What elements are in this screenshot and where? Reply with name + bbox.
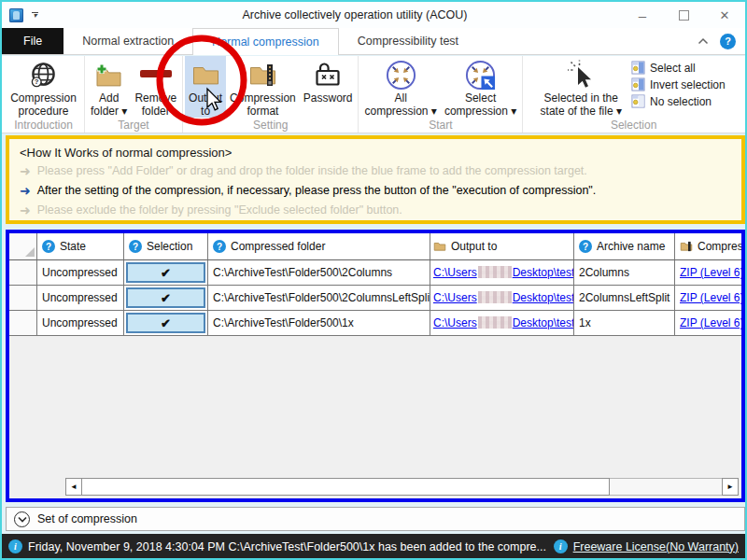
state-cell: Uncompressed <box>37 286 124 311</box>
all-compression-button[interactable]: All compression ▾ <box>360 56 440 118</box>
scroll-right-button[interactable]: ► <box>722 478 739 496</box>
compression-format-button[interactable]: Compression format <box>226 56 300 118</box>
compression-table: ?State ?Selection ?Compressed folder Out… <box>9 233 745 336</box>
censored-username <box>478 291 512 303</box>
pointer-sparkle-icon <box>567 58 595 91</box>
set-of-compression-bar[interactable]: Set of compression <box>6 507 745 531</box>
close-icon: ✕ <box>720 8 730 22</box>
info-icon: i <box>554 539 568 553</box>
arrow-icon: ➜ <box>20 161 31 181</box>
ribbon: ? Compression procedure Introduction Add… <box>2 56 745 133</box>
output-path-link[interactable]: C:\UsersDesktop\test <box>433 316 574 329</box>
group-label-setting: Setting <box>185 118 356 135</box>
svg-text:?: ? <box>35 77 39 86</box>
maximize-button[interactable] <box>663 2 704 28</box>
header-archive-name[interactable]: ?Archive name <box>574 233 675 260</box>
selection-checkbox[interactable]: ✔ <box>126 287 205 308</box>
header-selection[interactable]: ?Selection <box>124 233 208 260</box>
selection-checkbox[interactable]: ✔ <box>126 262 205 283</box>
censored-username <box>478 266 512 278</box>
minimize-button[interactable]: – <box>622 2 663 28</box>
compressed-folder-cell: C:\ArchiveTest\Folder500\2ColumnsLeftSpl… <box>208 286 430 311</box>
folder-zip-icon <box>680 241 693 252</box>
corner-triangle-icon <box>25 247 35 257</box>
compress-circle-select-icon <box>464 58 497 91</box>
format-cell: ZIP (Level 6) <box>675 286 745 311</box>
format-link[interactable]: ZIP (Level 6) <box>680 291 743 304</box>
selection-cell: ✔ <box>124 286 208 311</box>
tab-file[interactable]: File <box>2 28 63 54</box>
maximize-icon <box>679 10 689 21</box>
chevron-down-icon <box>14 511 30 527</box>
compression-procedure-button[interactable]: ? Compression procedure <box>7 56 80 118</box>
folder-icon <box>191 58 220 91</box>
password-button[interactable]: Password <box>300 56 357 105</box>
compressed-folder-cell: C:\ArchiveTest\Folder500\2Columns <box>208 260 430 286</box>
ribbon-group-target: Add folder ▾ Remove folder Target <box>85 56 183 133</box>
compression-grid-frame: ?State ?Selection ?Compressed folder Out… <box>6 230 745 502</box>
no-selection-button[interactable]: No selection <box>631 94 726 108</box>
status-message: Friday, November 9, 2018 4:30:04 PM C:\A… <box>28 540 546 553</box>
add-folder-button[interactable]: Add folder ▾ <box>87 56 131 118</box>
password-lock-icon <box>314 58 342 91</box>
scroll-left-button[interactable]: ◄ <box>65 478 82 496</box>
row-header-cell[interactable] <box>9 260 37 286</box>
quick-access-dropdown[interactable]: ▾ <box>32 12 38 19</box>
archive-name-cell: 2Columns <box>574 260 675 286</box>
output-to-cell: C:\UsersDesktop\test <box>430 286 574 311</box>
state-cell: Uncompressed <box>37 260 124 286</box>
question-icon: ? <box>42 240 55 253</box>
row-header-cell[interactable] <box>9 311 37 336</box>
table-row: Uncompressed ✔ C:\ArchiveTest\Folder500\… <box>9 260 745 286</box>
help-icon[interactable]: ? <box>720 34 736 49</box>
select-all-button[interactable]: Select all <box>631 61 726 75</box>
license-area: i Freeware License(No Warranty) <box>554 539 739 553</box>
selected-in-state-button[interactable]: Selected in the state of the file ▾ <box>537 56 626 118</box>
output-path-link[interactable]: C:\UsersDesktop\test <box>433 291 574 304</box>
horizontal-scrollbar: ◄ ► <box>65 478 739 496</box>
output-to-button[interactable]: Output to <box>185 56 226 118</box>
select-compression-button[interactable]: Select compression ▾ <box>441 56 520 118</box>
output-to-cell: C:\UsersDesktop\test <box>430 260 574 286</box>
compressed-folder-cell: C:\ArchiveTest\Folder500\1x <box>208 311 430 336</box>
format-link[interactable]: ZIP (Level 6) <box>680 266 743 279</box>
row-header-cell[interactable] <box>9 286 37 311</box>
group-label-introduction: Introduction <box>5 118 82 135</box>
selection-cell: ✔ <box>124 311 208 336</box>
invert-selection-button[interactable]: Invert selection <box>631 77 726 91</box>
scroll-right-icon: ► <box>726 483 734 491</box>
collapse-ribbon-icon[interactable] <box>697 35 710 47</box>
header-state[interactable]: ?State <box>37 233 124 260</box>
format-link[interactable]: ZIP (Level 6) <box>680 316 743 329</box>
scrollbar-thumb[interactable] <box>82 478 610 496</box>
header-output-to[interactable]: Output to <box>430 233 574 260</box>
how-it-works-box: <How It Works of normal compression> ➜ P… <box>6 135 745 224</box>
scrollbar-track[interactable] <box>610 478 722 496</box>
ribbon-group-selection: Selected in the state of the file ▾ Sele… <box>523 56 744 133</box>
app-icon[interactable] <box>9 8 23 22</box>
ribbon-group-start: All compression ▾ Select compression ▾ S… <box>359 56 523 133</box>
corner-header-cell[interactable] <box>9 233 37 260</box>
group-label-start: Start <box>360 118 520 135</box>
output-path-link[interactable]: C:\UsersDesktop\test <box>433 266 574 279</box>
tabbar-right: ? <box>697 28 745 54</box>
tab-normal-extraction[interactable]: Normal extraction <box>63 28 192 54</box>
remove-folder-button[interactable]: Remove folder <box>131 56 180 118</box>
dropdown-caret-icon: ▾ <box>33 12 36 19</box>
question-icon: ? <box>579 240 592 253</box>
infobox-step-1: ➜ Please press "Add Folder" or drag and … <box>20 161 731 181</box>
header-compressed-folder[interactable]: ?Compressed folder <box>208 233 430 260</box>
state-cell: Uncompressed <box>37 311 124 336</box>
window-controls: – ✕ <box>622 2 745 28</box>
close-button[interactable]: ✕ <box>704 2 745 28</box>
tab-normal-compression[interactable]: Normal compression <box>192 28 339 55</box>
selection-checkbox[interactable]: ✔ <box>126 313 205 333</box>
infobox-step-3: ➜ Please exclude the folder by pressing … <box>20 201 731 220</box>
select-all-icon <box>631 61 645 75</box>
tab-compressibility-test[interactable]: Compressibility test <box>339 28 477 54</box>
header-compression-format[interactable]: Compres <box>675 233 745 260</box>
freeware-license-link[interactable]: Freeware License(No Warranty) <box>573 540 739 553</box>
set-of-compression-label: Set of compression <box>37 512 137 525</box>
ribbon-group-introduction: ? Compression procedure Introduction <box>3 56 85 133</box>
infobox-step-2: ➜ After the setting of the compression, … <box>20 181 731 201</box>
